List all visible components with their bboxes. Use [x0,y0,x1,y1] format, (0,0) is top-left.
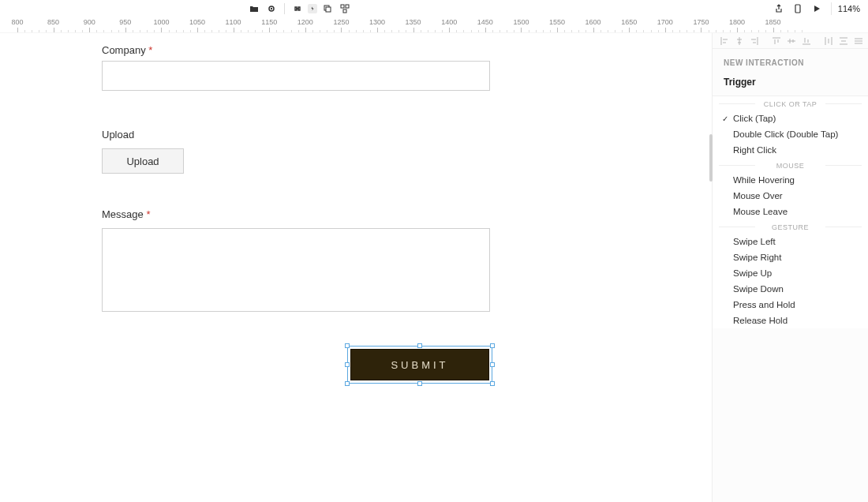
trigger-option[interactable]: Release Hold [713,313,868,328]
folder-icon[interactable] [249,4,259,13]
duplicate-icon[interactable] [323,4,332,13]
trigger-option[interactable]: Mouse Over [713,188,868,204]
svg-rect-5 [346,5,349,8]
trigger-option-label: Press and Hold [733,300,795,309]
svg-rect-6 [343,9,346,13]
message-label: Message * [102,208,490,220]
trigger-option-label: Swipe Left [733,237,776,246]
link-icon[interactable] [293,4,302,13]
trigger-option-label: Swipe Down [733,284,784,294]
group-icon[interactable] [340,4,350,13]
align-right-icon[interactable] [750,37,758,45]
canvas-area[interactable]: Company * Upload Upload Message * SUBMIT [0,33,712,502]
toolbar-separator [284,3,285,14]
play-icon[interactable] [812,4,821,13]
resize-handle[interactable] [345,381,350,386]
resize-handle[interactable] [417,381,422,386]
trigger-option-label: Right Click [733,145,776,155]
top-toolbar: 114% [0,0,868,17]
resize-handle[interactable] [490,343,495,348]
submit-selection[interactable]: SUBMIT [347,346,492,384]
align-center-v-icon[interactable] [788,37,795,45]
align-bottom-icon[interactable] [803,37,810,45]
trigger-option-label: Swipe Right [733,253,781,262]
distribute-h-icon[interactable] [825,37,832,45]
company-label-text: Company [102,44,146,56]
horizontal-ruler: 8008509009501000105011001150120012501300… [0,17,868,33]
right-panel: NEW INTERACTION Trigger CLICK OR TAP✓Cli… [712,33,868,502]
trigger-option[interactable]: Swipe Left [713,234,868,249]
align-top-icon[interactable] [773,37,780,45]
trigger-dropdown: CLICK OR TAP✓Click (Tap)Double Click (Do… [713,96,868,328]
trigger-option[interactable]: ✓Click (Tap) [713,111,868,126]
trigger-option-label: Click (Tap) [733,114,776,123]
trigger-option-label: Mouse Leave [733,207,788,216]
upload-button[interactable]: Upload [102,148,184,174]
toolbar-center-group [249,3,350,14]
device-icon[interactable] [793,4,803,13]
trigger-option-label: Release Hold [733,316,788,325]
trigger-option-label: While Hovering [733,175,795,185]
gear-icon[interactable] [267,4,276,13]
resize-handle[interactable] [490,362,495,367]
trigger-option[interactable]: Right Click [713,142,868,158]
resize-handle[interactable] [345,343,350,348]
trigger-option-label: Mouse Over [733,191,783,200]
trigger-option[interactable]: Swipe Right [713,249,868,265]
zoom-level[interactable]: 114% [831,2,860,15]
dropdown-group-label: MOUSE [713,158,868,172]
panel-section-title: NEW INTERACTION [713,49,868,72]
trigger-option[interactable]: While Hovering [713,172,868,188]
trigger-option[interactable]: Mouse Leave [713,204,868,219]
trigger-option-label: Double Click (Double Tap) [733,129,838,139]
distribute-v-icon[interactable] [840,37,847,45]
message-label-text: Message [102,208,144,220]
svg-rect-4 [341,5,344,8]
upload-label: Upload [102,129,490,140]
dropdown-group-label: GESTURE [713,219,868,234]
trigger-option[interactable]: Double Click (Double Tap) [713,126,868,142]
svg-rect-3 [326,7,331,12]
form-container: Company * Upload Upload Message * [102,44,490,312]
trigger-option[interactable]: Swipe Up [713,265,868,281]
more-align-icon[interactable] [855,37,862,45]
required-marker: * [146,208,150,220]
dropdown-group-label: CLICK OR TAP [713,96,868,111]
company-label: Company * [102,44,490,56]
lightning-icon[interactable] [308,4,317,13]
svg-point-1 [271,8,272,9]
resize-handle[interactable] [490,381,495,386]
trigger-option-label: Swipe Up [733,268,772,278]
resize-handle[interactable] [417,343,422,348]
svg-rect-7 [795,5,800,13]
required-marker: * [148,44,152,56]
trigger-label[interactable]: Trigger [713,72,868,96]
company-input[interactable] [102,61,490,91]
submit-button[interactable]: SUBMIT [350,349,489,380]
share-icon[interactable] [774,4,784,13]
align-left-icon[interactable] [720,37,728,45]
toolbar-right-group: 114% [774,2,860,15]
alignment-tools [713,33,868,49]
trigger-option[interactable]: Swipe Down [713,281,868,297]
trigger-option[interactable]: Press and Hold [713,297,868,313]
message-textarea[interactable] [102,228,490,312]
resize-handle[interactable] [345,362,350,367]
align-center-h-icon[interactable] [735,37,743,45]
check-icon: ✓ [722,114,728,123]
